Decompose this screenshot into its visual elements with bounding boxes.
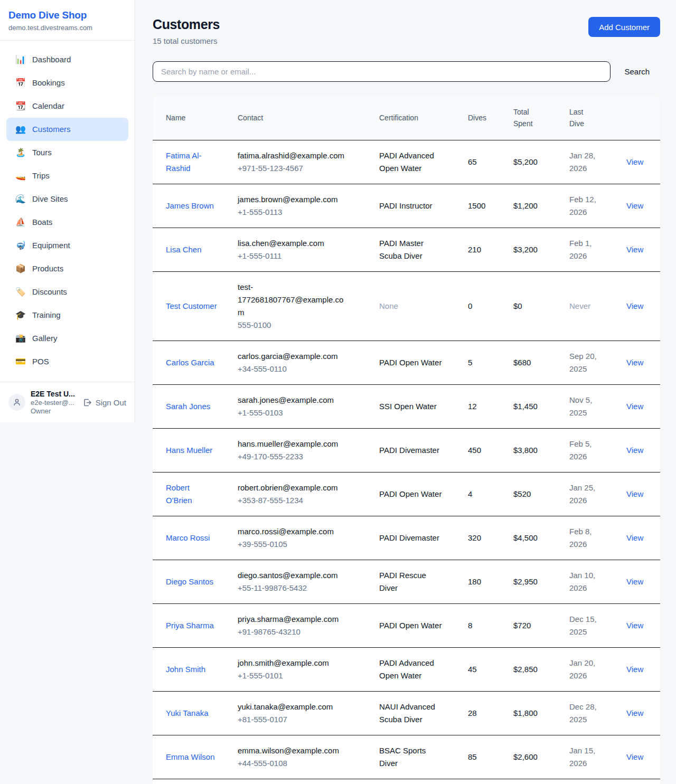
- view-link[interactable]: View: [626, 621, 643, 630]
- certification: PADI Open Water: [379, 619, 443, 632]
- boats-icon: ⛵: [15, 216, 26, 229]
- sidebar-item-label: Equipment: [32, 239, 70, 252]
- user-icon: [13, 398, 21, 407]
- customer-name-link[interactable]: John Smith: [166, 663, 218, 676]
- customer-name-link[interactable]: Test Customer: [166, 300, 218, 313]
- last-dive-date: Dec 28, 2025: [569, 701, 601, 726]
- view-link[interactable]: View: [626, 245, 643, 254]
- sidebar-item-products[interactable]: 📦 Products: [6, 257, 128, 280]
- view-link[interactable]: View: [626, 446, 643, 455]
- dives-count: 320: [459, 516, 505, 560]
- customer-email: sarah.jones@example.com: [238, 394, 350, 407]
- last-dive-date: Dec 15, 2025: [569, 613, 601, 638]
- view-link[interactable]: View: [626, 489, 643, 498]
- sidebar-item-label: Boats: [32, 216, 52, 229]
- sidebar-item-pos[interactable]: 💳 POS: [6, 350, 128, 373]
- shop-header: Demo Dive Shop demo.test.divestreams.com: [0, 0, 135, 41]
- products-icon: 📦: [15, 262, 26, 275]
- last-dive-date: Feb 5, 2026: [569, 438, 601, 463]
- dives-count: 1500: [459, 184, 505, 228]
- view-link[interactable]: View: [626, 665, 643, 674]
- add-customer-button[interactable]: Add Customer: [588, 17, 660, 37]
- customer-phone: +971-55-123-4567: [238, 162, 350, 175]
- sidebar-item-customers[interactable]: 👥 Customers: [6, 118, 128, 141]
- sidebar-item-calendar[interactable]: 📆 Calendar: [6, 95, 128, 118]
- column-header-dives: Dives: [459, 96, 505, 140]
- customer-name-link[interactable]: Sarah Jones: [166, 400, 218, 413]
- user-role: Owner: [31, 407, 77, 415]
- view-link[interactable]: View: [626, 577, 643, 586]
- user-name: E2E Test U...: [31, 390, 77, 398]
- table-row: Emma Wilson emma.wilson@example.com +44-…: [153, 735, 660, 779]
- customer-phone: +1-555-0101: [238, 669, 350, 682]
- customer-name-link[interactable]: Hans Mueller: [166, 444, 218, 457]
- contact-cell: fatima.alrashid@example.com +971-55-123-…: [229, 140, 371, 184]
- last-dive-date: Jan 28, 2026: [569, 149, 601, 175]
- customer-name-link[interactable]: Carlos Garcia: [166, 356, 218, 369]
- sidebar-item-label: Discounts: [32, 286, 67, 298]
- customer-name-link[interactable]: Fatima Al-Rashid: [166, 149, 218, 175]
- table-row: Hans Mueller hans.mueller@example.com +4…: [153, 429, 660, 473]
- customers-table-card: NameContactCertificationDivesTotal Spent…: [153, 96, 660, 784]
- customer-phone: +39-555-0105: [238, 538, 350, 551]
- total-spent: $520: [505, 473, 561, 516]
- view-link[interactable]: View: [626, 201, 643, 210]
- table-row: Lisa Chen lisa.chen@example.com +1-555-0…: [153, 228, 660, 272]
- trips-icon: 🚤: [15, 169, 26, 182]
- customer-name-link[interactable]: Marco Rossi: [166, 532, 218, 544]
- sidebar-item-label: POS: [32, 355, 49, 368]
- bookings-icon: 📅: [15, 77, 26, 89]
- total-spent: $2,600: [505, 735, 561, 779]
- view-link[interactable]: View: [626, 157, 643, 166]
- dives-count: 5: [459, 341, 505, 385]
- customer-email: emma.wilson@example.com: [238, 744, 350, 757]
- last-dive-date: Jan 10, 2026: [569, 569, 601, 594]
- customer-name-link[interactable]: Priya Sharma: [166, 619, 218, 632]
- sidebar-item-trips[interactable]: 🚤 Trips: [6, 164, 128, 187]
- column-header-last-dive: Last Dive: [561, 96, 618, 140]
- total-spent: $2,100: [505, 779, 561, 784]
- sidebar-item-discounts[interactable]: 🏷️ Discounts: [6, 280, 128, 304]
- search-input[interactable]: [153, 61, 611, 82]
- customer-name-link[interactable]: Lisa Chen: [166, 243, 218, 256]
- sidebar-item-equipment[interactable]: 🤿 Equipment: [6, 234, 128, 257]
- view-link[interactable]: View: [626, 709, 643, 717]
- total-spent: $1,450: [505, 385, 561, 429]
- page-title: Customers: [153, 17, 220, 32]
- view-link[interactable]: View: [626, 358, 643, 367]
- customer-name-link[interactable]: James Brown: [166, 200, 218, 212]
- sidebar-item-training[interactable]: 🎓 Training: [6, 304, 128, 327]
- view-link[interactable]: View: [626, 533, 643, 542]
- sidebar-item-dive-sites[interactable]: 🌊 Dive Sites: [6, 187, 128, 211]
- view-link[interactable]: View: [626, 402, 643, 411]
- certification: SSI Open Water: [379, 400, 443, 413]
- view-link[interactable]: View: [626, 752, 643, 761]
- last-dive-date: Sep 20, 2025: [569, 350, 601, 375]
- customer-name-link[interactable]: Diego Santos: [166, 575, 218, 588]
- sidebar-item-dashboard[interactable]: 📊 Dashboard: [6, 48, 128, 71]
- sidebar-item-boats[interactable]: ⛵ Boats: [6, 211, 128, 234]
- customer-name-link[interactable]: Robert O'Brien: [166, 481, 218, 507]
- gallery-icon: 📸: [15, 332, 26, 345]
- column-header-actions: [618, 96, 660, 140]
- sidebar-item-tours[interactable]: 🏝️ Tours: [6, 141, 128, 164]
- view-link[interactable]: View: [626, 301, 643, 310]
- sidebar-item-gallery[interactable]: 📸 Gallery: [6, 327, 128, 350]
- contact-cell: james.brown@example.com +1-555-0113: [229, 184, 371, 228]
- customer-phone: +49-170-555-2233: [238, 450, 350, 463]
- dives-count: 210: [459, 228, 505, 272]
- total-spent: $680: [505, 341, 561, 385]
- sidebar-item-label: Training: [32, 309, 61, 322]
- search-button[interactable]: Search: [624, 67, 650, 76]
- contact-cell: robert.obrien@example.com +353-87-555-12…: [229, 473, 371, 516]
- customer-name-link[interactable]: Emma Wilson: [166, 751, 218, 763]
- sidebar-item-bookings[interactable]: 📅 Bookings: [6, 71, 128, 95]
- column-header-label: Dives: [468, 114, 486, 122]
- customer-phone: 555-0100: [238, 319, 350, 332]
- sidebar-item-label: Trips: [32, 169, 50, 182]
- customer-name-link[interactable]: Yuki Tanaka: [166, 707, 218, 720]
- customer-phone: +81-555-0107: [238, 713, 350, 726]
- sign-out-button[interactable]: Sign Out: [83, 398, 126, 407]
- column-header-total-spent: Total Spent: [505, 96, 561, 140]
- table-row: Yuki Tanaka yuki.tanaka@example.com +81-…: [153, 692, 660, 735]
